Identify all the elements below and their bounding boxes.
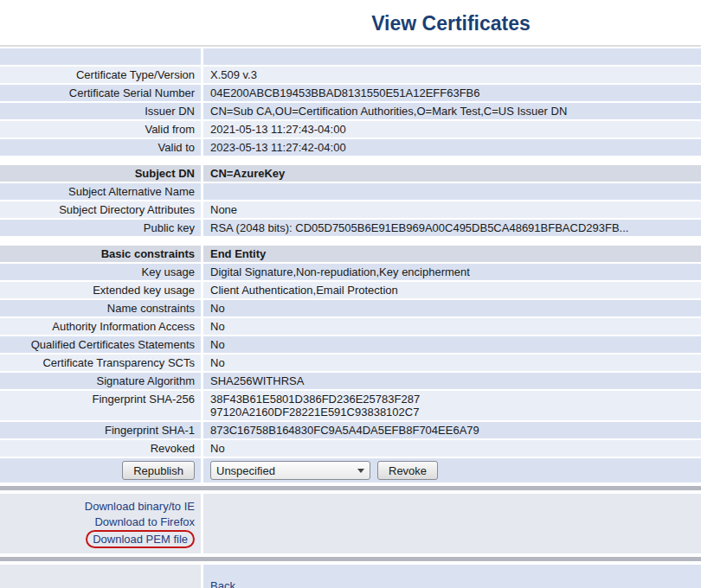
revoke-button[interactable]: Revoke [377,461,438,480]
field-label: Subject Directory Attributes [0,201,201,218]
spacer-cell [203,48,701,65]
field-value: 38F43B61E5801D386FD236E25783F287 97120A2… [203,391,701,420]
field-value: RSA (2048 bits): CD05D7505B6E91EB969A00C… [203,220,701,236]
field-label: Extended key usage [0,282,201,298]
title-separator [0,45,701,47]
download-links-cell: Download binary/to IE Download to Firefo… [0,494,201,553]
download-pem-link[interactable]: Download PEM file [93,533,188,546]
certificate-general-table: Certificate Type/Version X.509 v.3 Certi… [0,48,701,156]
downloads-section: Download binary/to IE Download to Firefo… [0,494,701,553]
back-link[interactable]: Back [210,579,235,588]
field-value: None [203,201,701,218]
field-value: SHA256WITHRSA [203,373,701,389]
republish-button[interactable]: Republish [122,461,195,480]
constraints-table: Basic constraints End Entity Key usage D… [0,246,701,483]
section-divider [0,486,701,490]
republish-cell: Republish [0,458,201,483]
section-header-value: End Entity [203,246,701,262]
field-value: X.509 v.3 [203,67,701,83]
chevron-down-icon [357,469,364,473]
field-value: CN=Sub CA,OU=Certification Authorities,O… [203,103,701,119]
field-value: No [203,336,701,353]
section-divider [0,557,701,561]
subject-table: Subject DN CN=AzureKey Subject Alternati… [0,165,701,236]
red-annotation-oval: Download PEM file [86,530,195,548]
section-header-label: Basic constraints [0,246,201,262]
field-value: 04E200ABCB19453BBAD8131550E51A12EFF63FB6 [203,85,701,101]
field-label: Certificate Type/Version [0,67,201,83]
spacer-cell [0,48,201,65]
field-value [203,183,701,200]
field-label: Public key [0,220,201,236]
field-value: 2021-05-13 11:27:43-04:00 [203,121,701,137]
field-value: No [203,355,701,371]
download-binary-ie-link[interactable]: Download binary/to IE [85,500,195,513]
field-label: Valid from [0,121,201,137]
revocation-reason-selected-value: Unspecified [216,464,275,477]
field-value: Digital Signature,Non-repudiation,Key en… [203,264,701,280]
section-header-label: Subject DN [0,165,201,182]
field-label: Key usage [0,264,201,280]
downloads-spacer-cell [203,494,701,553]
page-title: View Certificates [0,0,701,45]
field-label: Signature Algorithm [0,373,201,389]
revoke-cell: Unspecified Revoke [203,458,701,483]
field-label: Name constraints [0,300,201,316]
footer-section: Back [0,565,701,588]
field-label: Issuer DN [0,103,201,119]
field-label: Certificate Transparency SCTs [0,355,201,371]
field-label: Authority Information Access [0,318,201,335]
footer-back-cell: Back [203,565,701,588]
field-value: 2023-05-13 11:27:42-04:00 [203,139,701,156]
field-label: Qualified Certificates Statements [0,336,201,353]
field-value: No [203,318,701,335]
revocation-reason-select[interactable]: Unspecified [210,461,370,480]
section-header-value: CN=AzureKey [203,165,701,182]
field-value: Client Authentication,Email Protection [203,282,701,298]
field-label: Revoked [0,440,201,457]
field-label: Valid to [0,139,201,156]
field-value: No [203,440,701,457]
field-label: Subject Alternative Name [0,183,201,200]
field-label: Fingerprint SHA-256 [0,391,201,420]
field-value: 873C16758B164830FC9A5A4DA5EFB8F704EE6A79 [203,422,701,438]
field-label: Certificate Serial Number [0,85,201,101]
field-label: Fingerprint SHA-1 [0,422,201,438]
download-firefox-link[interactable]: Download to Firefox [94,515,195,528]
footer-spacer-cell [0,565,201,588]
field-value: No [203,300,701,316]
